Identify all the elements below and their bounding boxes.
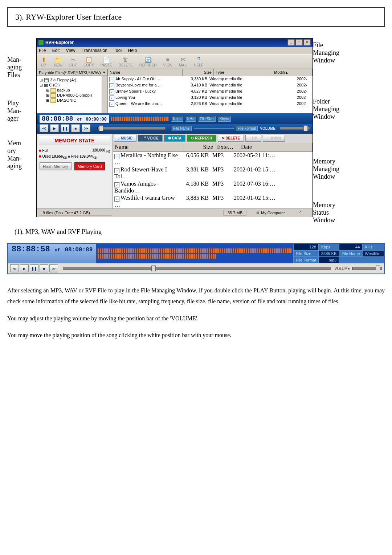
scrollbar[interactable] [102, 76, 107, 113]
tree-item[interactable]: ⊞ backup [38, 88, 106, 93]
list-item[interactable]: ♪Loving You3,120 KBWinamp media file2002… [108, 95, 313, 101]
kbps-value: 128 [293, 244, 319, 250]
position-track[interactable] [97, 127, 166, 130]
music-icon: ♪ [114, 168, 119, 173]
tree-header[interactable]: Playable Files(*.RVF,*.MP3,*.WAV)▾ [37, 69, 107, 76]
tool-copy[interactable]: 📋COPY [83, 56, 94, 67]
rewind-button[interactable]: ≪ [40, 124, 48, 132]
music-icon: ♪ [114, 154, 119, 159]
tree-item[interactable]: ⊞ DIASONIC [38, 98, 106, 103]
tab-down[interactable]: ↓ DOWN [263, 135, 285, 142]
col-modified[interactable]: Modifi ▴ [272, 69, 313, 76]
tab-delete[interactable]: ✕ DELETE [218, 135, 244, 142]
list-item[interactable]: ♪Queen - We are the cha…2,826 KBWinamp m… [108, 101, 313, 107]
close-button[interactable]: × [303, 39, 311, 46]
tree-item[interactable]: ⊟ 🖴 C (C:) [38, 83, 106, 88]
tool-paste[interactable]: 📄PASTE [101, 56, 112, 67]
paragraph-2: You may adjust the playing volume by mov… [7, 313, 385, 324]
menu-edit[interactable]: Edit [52, 48, 60, 53]
filesize-label: File Size [198, 116, 216, 122]
titlebar: RVR-Explorer _ □ × [37, 38, 313, 47]
pause-button[interactable]: ❚❚ [30, 264, 38, 272]
tool-help[interactable]: ?HELP [194, 56, 203, 67]
detail-info-grid: 128Kbps 44KHz File Size3885 KB File Name… [293, 244, 384, 263]
menu-file[interactable]: File [39, 48, 46, 53]
position-handle[interactable] [151, 266, 156, 271]
mem-col-size[interactable]: Size [184, 143, 215, 151]
menubar: File Edit View Transmission Tool Help [37, 47, 313, 54]
volume-label: VOLUME [335, 267, 350, 271]
stop-button[interactable]: ■ [40, 264, 48, 272]
filename-label: File Name [171, 126, 192, 131]
tree-item[interactable]: ⊞ DDR4000-1-3(appl) [38, 93, 106, 98]
list-item[interactable]: ♪Britney Spears - Lucky4,827 KBWinamp me… [108, 89, 313, 95]
status-size: 35.7 MB [224, 210, 246, 216]
dropdown-icon[interactable]: ▾ [103, 70, 105, 75]
menu-tool[interactable]: Tool [114, 48, 122, 53]
stop-button[interactable]: ■ [71, 124, 80, 132]
position-handle[interactable] [99, 125, 103, 131]
tree-item[interactable]: ⊞ 💾 3½ Floppy (A:) [38, 78, 106, 82]
menu-transmission[interactable]: Transmission [82, 48, 107, 53]
body-text: After selecting an MP3, WAV or RVF File … [7, 285, 385, 341]
mem-col-name[interactable]: Name [113, 143, 184, 151]
left-labels: Man-agingFiles PlayMan-ager MemoryMan-ag… [7, 38, 36, 217]
app-title: RVR-Explorer [45, 40, 74, 45]
memory-tabs: ♪ MUSIC 🎤 VOICE ✱ DATA ↻ REFRESH ✕ DELET… [113, 134, 313, 143]
list-item[interactable]: ♪Metallica - Nothing Else …6,056 KBMP320… [113, 152, 313, 166]
memory-card-button[interactable]: Memory Card [74, 162, 105, 170]
col-name[interactable]: Name [108, 69, 183, 76]
col-size[interactable]: Size [183, 69, 214, 76]
tab-data[interactable]: ✱ DATA [164, 135, 185, 142]
maximize-button[interactable]: □ [295, 39, 303, 46]
volume-track[interactable] [352, 267, 382, 270]
play-button[interactable]: ▶ [50, 124, 59, 132]
music-icon: ♪ [114, 182, 119, 187]
tool-delete[interactable]: 🗑DELETE [119, 56, 133, 67]
tab-voice[interactable]: 🎤 VOICE [138, 135, 163, 142]
list-item[interactable]: ♪Air Supply - All Out Of L…3,339 KBWinam… [108, 76, 313, 82]
forward-button[interactable]: ≫ [82, 124, 90, 132]
volume-handle[interactable] [376, 266, 380, 271]
tab-refresh[interactable]: ↻ REFRESH [187, 135, 216, 142]
mem-col-ext[interactable]: Exte… [215, 143, 239, 151]
forward-button[interactable]: ≫ [49, 264, 58, 272]
player-bar-2: ≪ ▶ ❚❚ ■ ≫ File Name File Format VOLUME [37, 124, 313, 134]
app-window: RVR-Explorer _ □ × File Edit View Transm… [36, 38, 313, 217]
rewind-button[interactable]: ≪ [10, 264, 19, 272]
mem-col-date[interactable]: Date [239, 143, 313, 151]
memory-title: MEMORY STATE [39, 136, 110, 145]
page-title: 3). RYW-Explorer User Interface [7, 7, 385, 27]
tool-view[interactable]: ≡VIEW [163, 56, 172, 67]
volume-track[interactable] [280, 127, 310, 130]
position-track[interactable] [63, 267, 331, 270]
tab-up[interactable]: ↑ UP [245, 135, 261, 142]
list-item[interactable]: ♪Rod Stewert-Have I Tol…3,881 KBMP32002-… [113, 166, 313, 180]
list-item[interactable]: ♪Boyzone-Love me for a …3,410 KBWinamp m… [108, 82, 313, 89]
menu-help[interactable]: Help [128, 48, 137, 53]
flash-memory-button[interactable]: Flash Memory [40, 162, 72, 170]
paragraph-3: You may move the playing position of the… [7, 330, 385, 341]
play-button[interactable]: ▶ [20, 264, 29, 272]
list-item[interactable]: ♪Vamos Amigos - Bandido…4,180 KBMP32002-… [113, 180, 313, 194]
paragraph-1: After selecting an MP3, WAV or RVF File … [7, 285, 385, 307]
detail-progress [96, 244, 293, 263]
tree-panel: Playable Files(*.RVF,*.MP3,*.WAV)▾ ⊞ 💾 3… [37, 69, 108, 113]
tool-cut[interactable]: ✂CUT [69, 56, 77, 67]
col-type[interactable]: Type [214, 69, 272, 76]
tab-music[interactable]: ♪ MUSIC [114, 135, 136, 142]
filesize-label: File Size [293, 250, 319, 257]
minimize-button[interactable]: _ [287, 39, 295, 46]
tool-new[interactable]: 📁NEW [54, 56, 62, 67]
folder-icon [50, 98, 56, 103]
player-bar: 88:88:88 of 00:00:00 Kbps KHz File Size … [37, 113, 313, 124]
tool-up[interactable]: ⬆UP [40, 56, 48, 67]
toolbar: ⬆UP 📁NEW ✂CUT 📋COPY 📄PASTE 🗑DELETE 🔄REFR… [37, 54, 313, 69]
pause-button[interactable]: ❚❚ [61, 124, 69, 132]
tool-mail[interactable]: ✉MAIL [179, 56, 187, 67]
list-item[interactable]: ♪Westlife-I wanna Grow …3,885 KBMP32002-… [113, 194, 313, 208]
volume-handle[interactable] [303, 125, 308, 131]
menu-view[interactable]: View [66, 48, 75, 53]
tool-refresh[interactable]: 🔄REFRESH [139, 56, 157, 67]
resize-grip-icon[interactable]: ⋰ [294, 211, 301, 215]
